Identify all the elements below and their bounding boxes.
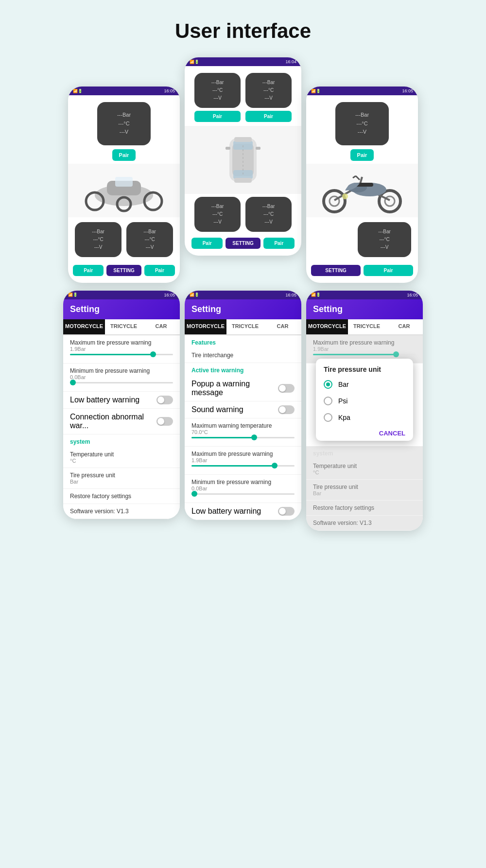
tab-bar-br: MOTORCYCLE TRICYCLE CAR <box>306 319 423 335</box>
phone-bottom-center: 📶🔋 16:05 Setting MOTORCYCLE TRICYCLE CAR… <box>185 291 301 520</box>
radio-psi[interactable]: Psi <box>316 393 413 409</box>
tab-motorcycle-br[interactable]: MOTORCYCLE <box>306 319 348 334</box>
pair-button-tl-1[interactable]: Pair <box>112 149 136 161</box>
min-pressure-row-bl: Minimum tire pressure warning 0.0Bar <box>63 364 180 392</box>
dialog-title-br: Tire pressure unit <box>316 359 413 376</box>
status-time-bc: 16:05 <box>285 293 296 297</box>
low-battery-row-bl: Low battery warning <box>63 392 180 409</box>
svg-rect-12 <box>226 147 230 150</box>
phone-bottom-left: 📶🔋 16:05 Setting MOTORCYCLE TRICYCLE CAR… <box>63 291 180 519</box>
pressure-unit-label-bl: Tire pressure unit <box>70 472 173 479</box>
min-pressure-val-bc: 0.0Bar <box>191 486 295 491</box>
radio-psi-circle[interactable] <box>324 397 332 405</box>
sensor-tile-tl-bl: ---Bar---°C---V <box>75 222 122 257</box>
setting-button-tr[interactable]: SETTING <box>311 265 361 276</box>
connection-label-bl: Connection abnormal war... <box>70 413 156 430</box>
sensor-tile-tc-fl: ---Bar---°C---V <box>194 73 241 108</box>
pressure-unit-label-br: Tire pressure unit <box>313 484 416 490</box>
low-battery-label-bl: Low battery warning <box>70 396 139 404</box>
pair-button-tl-3[interactable]: Pair <box>144 265 175 276</box>
car-top-view <box>224 128 262 191</box>
popup-warning-toggle-bc[interactable] <box>278 384 295 393</box>
page-title: User interface <box>0 0 486 57</box>
status-time-tl: 16:05 <box>164 88 175 93</box>
dialog-cancel-btn[interactable]: CANCEL <box>316 426 413 441</box>
radio-kpa[interactable]: Kpa <box>316 409 413 426</box>
sensor-tile-tc-rr: ---Bar---°C---V <box>245 197 292 232</box>
pair-button-tl-2[interactable]: Pair <box>73 265 104 276</box>
sensor-tile-tl-top: ---Bar---°C---V <box>97 102 151 145</box>
svg-line-25 <box>356 176 360 180</box>
low-battery-toggle-bl[interactable] <box>156 396 173 404</box>
svg-line-26 <box>353 176 356 178</box>
max-pressure-label-br: Maximum tire pressure warning <box>313 339 416 346</box>
status-bar-tr: 📶🔋 16:05 <box>306 87 418 95</box>
tricycle-image <box>80 166 168 215</box>
svg-point-15 <box>324 191 345 212</box>
radio-bar-circle[interactable] <box>324 380 332 389</box>
low-battery-toggle-bc[interactable] <box>278 507 295 516</box>
tab-car-bc[interactable]: CAR <box>264 319 301 334</box>
popup-warning-label-bc: Popup a warning message <box>191 380 278 397</box>
app-header-bl: Setting <box>63 299 180 319</box>
tab-bar-bc: MOTORCYCLE TRICYCLE CAR <box>185 319 301 335</box>
tab-motorcycle-bc[interactable]: MOTORCYCLE <box>185 319 226 334</box>
radio-kpa-circle[interactable] <box>324 413 332 422</box>
svg-point-27 <box>342 193 348 199</box>
system-label-br: system <box>306 446 423 459</box>
status-time-tr: 16:05 <box>402 88 413 93</box>
min-pressure-row-bc: Minimum tire pressure warning 0.0Bar <box>185 475 301 503</box>
max-pressure-label-bl: Maximum tire pressure warning <box>70 339 173 346</box>
app-header-bc: Setting <box>185 299 301 319</box>
status-bar-bc: 📶🔋 16:05 <box>185 291 301 299</box>
sw-version-label-br: Software version: V1.3 <box>313 520 416 526</box>
min-pressure-label-bc: Minimum tire pressure warning <box>191 479 295 486</box>
pair-button-tc-rl[interactable]: Pair <box>191 238 223 249</box>
tab-car-bl[interactable]: CAR <box>142 319 180 334</box>
pair-button-tr-1[interactable]: Pair <box>350 149 374 161</box>
popup-warning-row-bc: Popup a warning message <box>185 376 301 401</box>
setting-button-tc[interactable]: SETTING <box>226 238 260 249</box>
pair-button-tr-2[interactable]: Pair <box>364 265 413 276</box>
temp-unit-row-bl: Temperature unit °C <box>63 447 180 468</box>
max-pressure-row-bl: Maximum tire pressure warning 1.9Bar <box>63 335 180 364</box>
connection-toggle-bl[interactable] <box>156 417 173 426</box>
sound-warning-toggle-bc[interactable] <box>278 405 295 414</box>
pair-button-tc-fr[interactable]: Pair <box>245 111 292 122</box>
tab-tricycle-br[interactable]: TRICYCLE <box>348 319 385 334</box>
radio-bar[interactable]: Bar <box>316 376 413 393</box>
status-time-tc: 16:04 <box>285 59 296 64</box>
pressure-unit-dialog: Tire pressure unit Bar Psi Kpa CANCEL <box>316 359 413 441</box>
system-label-bl: system <box>63 434 180 447</box>
phone-top-right: 📶🔋 16:05 ---Bar---°C---V Pair <box>306 87 418 283</box>
max-pressure-val-bc: 1.9Bar <box>191 457 295 463</box>
status-bar-tl: 📶🔋 16:05 <box>68 87 180 95</box>
temp-unit-label-bl: Temperature unit <box>70 451 173 458</box>
pair-button-tc-rr[interactable]: Pair <box>263 238 295 249</box>
pressure-unit-val-bl: Bar <box>70 479 173 485</box>
max-pressure-label-bc: Maximum tire pressure warning <box>191 451 295 457</box>
pressure-unit-row-br: Tire pressure unit Bar <box>306 480 423 501</box>
factory-reset-row-bl[interactable]: Restore factory settings <box>63 489 180 504</box>
pair-button-tc-fl[interactable]: Pair <box>194 111 241 122</box>
sensor-tile-tc-fr: ---Bar---°C---V <box>245 73 292 108</box>
tab-motorcycle-bl[interactable]: MOTORCYCLE <box>63 319 105 334</box>
status-time-bl: 16:05 <box>164 293 175 297</box>
sw-version-row-bl: Software version: V1.3 <box>63 504 180 519</box>
max-pressure-row-bc: Maximum tire pressure warning 1.9Bar <box>185 447 301 475</box>
status-time-br: 16:05 <box>407 293 418 297</box>
status-bar-tc: 📶🔋 16:04 <box>185 57 301 66</box>
tab-car-br[interactable]: CAR <box>385 319 423 334</box>
tab-tricycle-bc[interactable]: TRICYCLE <box>226 319 264 334</box>
active-warning-label-bc: Active tire warning <box>185 363 301 376</box>
sensor-val-tl: ---Bar---°C---V <box>101 111 147 137</box>
setting-button-tl[interactable]: SETTING <box>106 265 141 276</box>
max-pressure-val-bl: 1.9Bar <box>70 346 173 352</box>
sound-warning-label-bc: Sound warning <box>191 405 243 414</box>
status-icons-bl: 📶🔋 <box>68 293 78 297</box>
tab-tricycle-bl[interactable]: TRICYCLE <box>105 319 142 334</box>
app-header-br: Setting <box>306 299 423 319</box>
tire-interchange-row-bc[interactable]: Tire interchange <box>185 348 301 363</box>
motorcycle-image <box>316 166 408 215</box>
sw-version-label-bl: Software version: V1.3 <box>70 508 173 515</box>
